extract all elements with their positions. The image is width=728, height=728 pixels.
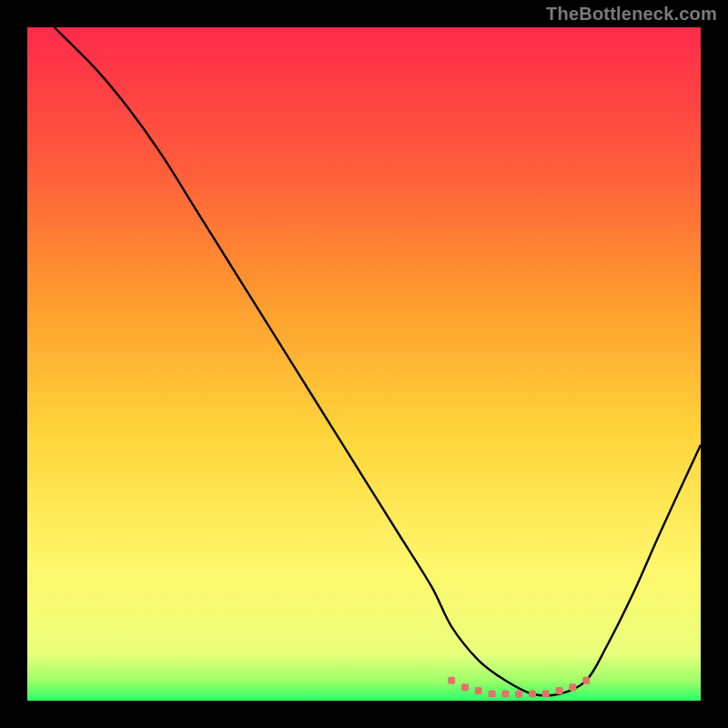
curve-layer [27, 27, 701, 701]
black-curve [55, 27, 701, 695]
flat-dot [515, 691, 522, 698]
flat-dot [529, 691, 536, 698]
plot-area [27, 27, 701, 701]
flat-dot [475, 687, 482, 694]
flat-dot [448, 677, 455, 684]
flat-dot [556, 687, 563, 694]
watermark-text: TheBottleneck.com [546, 4, 717, 25]
flat-dot [489, 691, 496, 698]
flat-dot [501, 691, 509, 698]
chart-root: TheBottleneck.com [0, 0, 728, 728]
flat-dot [542, 691, 550, 698]
flat-dot [461, 683, 469, 691]
flat-dot [582, 677, 590, 684]
flat-dot [569, 683, 576, 691]
